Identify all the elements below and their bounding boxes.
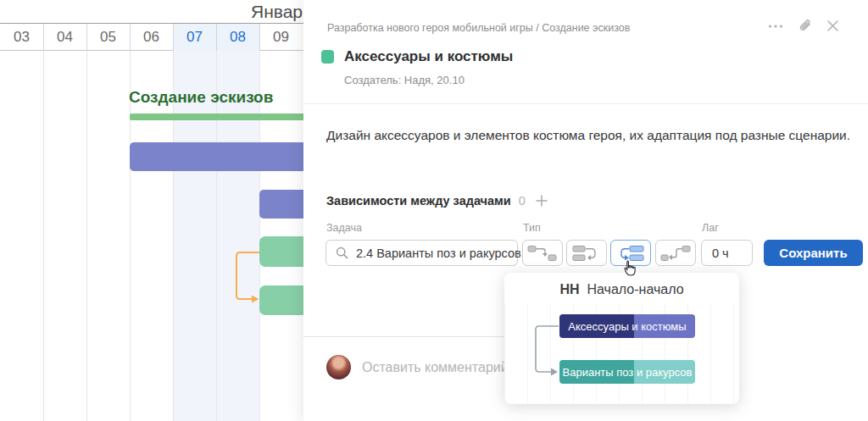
close-icon[interactable] (826, 19, 839, 32)
header-grid-line (216, 24, 217, 51)
task-title-row: Аксессуары и костюмы (321, 48, 513, 65)
dependencies-count: 0 (519, 194, 526, 208)
dependency-name: Начало-начало (587, 282, 684, 296)
start-to-start-icon (615, 244, 646, 263)
finish-to-finish-icon (571, 244, 602, 263)
type-finish-to-start-button[interactable] (522, 240, 563, 266)
dependency-type-popover: НННачало-начало Аксессуары и костюмы Вар… (504, 273, 739, 404)
grid-line (86, 51, 87, 421)
comment-input[interactable]: Оставить комментарий (362, 360, 509, 375)
gantt-task-bar-purple[interactable] (259, 190, 305, 219)
day-cell: 06 (130, 24, 173, 51)
finish-to-start-icon (527, 244, 558, 263)
grid-line (43, 51, 44, 421)
header-grid-line (43, 24, 44, 51)
popover-title: НННачало-начало (504, 282, 739, 297)
dependencies-heading: Зависимости между задачами (326, 194, 511, 208)
more-options-icon[interactable] (768, 24, 783, 29)
lag-input[interactable]: 0 ч (701, 240, 753, 266)
breadcrumb[interactable]: Разработка нового героя мобильной игры /… (327, 22, 630, 34)
dependencies-header: Зависимости между задачами 0 (326, 194, 548, 208)
header-grid-line (86, 24, 87, 51)
task-color-chip (321, 50, 334, 64)
day-cell: 03 (0, 24, 43, 51)
lag-field-label: Лаг (702, 222, 719, 234)
header-grid-line (130, 24, 131, 51)
app-window: Январь 03 04 05 06 07 08 09 Создание эск… (0, 0, 868, 421)
divider (303, 103, 868, 104)
task-title: Аксессуары и костюмы (344, 48, 513, 65)
timeline-month-row: Январь (0, 0, 305, 24)
gantt-chart-area[interactable]: Январь 03 04 05 06 07 08 09 Создание эск… (0, 0, 305, 421)
type-finish-to-finish-button[interactable] (566, 240, 607, 266)
day-cell: 04 (43, 24, 86, 51)
start-to-finish-icon (660, 244, 691, 263)
day-cell: 09 (259, 24, 303, 51)
comment-row: Оставить комментарий (326, 355, 509, 379)
type-field-label: Тип (523, 222, 541, 234)
popover-predecessor-bar: Аксессуары и костюмы (559, 314, 695, 338)
comments-divider (303, 336, 517, 337)
add-dependency-icon[interactable] (536, 195, 548, 207)
task-detail-panel: Разработка нового героя мобильной игры /… (303, 0, 868, 421)
gantt-task-bar-green[interactable] (259, 236, 305, 267)
panel-actions (768, 19, 839, 33)
task-creator: Создатель: Надя, 20.10 (344, 74, 465, 86)
avatar (326, 355, 351, 379)
month-label: Январь (251, 2, 305, 22)
popover-successor-bar: Варианты поз и ракурсов (559, 360, 695, 384)
type-start-to-start-button-selected[interactable] (610, 240, 651, 266)
lag-input-value: 0 ч (712, 247, 729, 260)
attachment-icon[interactable] (798, 19, 812, 33)
gantt-summary-bar[interactable] (130, 114, 305, 120)
gantt-section-title[interactable]: Создание эскизов (129, 88, 273, 107)
gantt-task-bar-purple[interactable] (130, 142, 305, 171)
day-cell: 05 (86, 24, 130, 51)
header-grid-line (173, 24, 174, 51)
type-start-to-finish-button[interactable] (655, 240, 696, 266)
task-input-value: 2.4 Варианты поз и ракурсов (356, 247, 521, 260)
task-description[interactable]: Дизайн аксессуаров и элементов костюма г… (326, 128, 852, 143)
day-cell-weekend: 08 (216, 24, 259, 51)
dependency-code: НН (559, 282, 579, 296)
gantt-task-bar-green[interactable] (259, 285, 305, 315)
save-button[interactable]: Сохранить (764, 240, 863, 266)
task-field-label: Задача (326, 222, 362, 234)
task-search-input[interactable]: 2.4 Варианты поз и ракурсов (326, 240, 518, 266)
header-grid-line (259, 24, 260, 51)
search-icon (336, 247, 348, 259)
day-cell-weekend: 07 (173, 24, 216, 51)
